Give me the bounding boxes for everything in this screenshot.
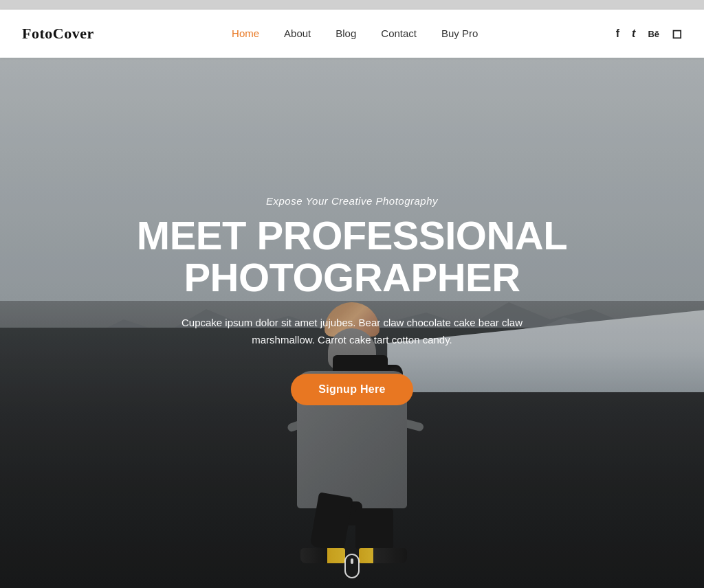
hero-subtitle: Expose Your Creative Photography [266, 195, 438, 207]
behance-icon[interactable]: Bē [648, 29, 659, 39]
nav-item-contact[interactable]: Contact [381, 27, 417, 40]
hero-content: Expose Your Creative Photography MEET PR… [0, 58, 704, 588]
nav-item-about[interactable]: About [284, 27, 311, 40]
hero-description: Cupcake ipsum dolor sit amet jujubes. Be… [173, 314, 531, 349]
nav-menu: Home About Blog Contact Buy Pro [232, 27, 478, 40]
navbar: FotoCover Home About Blog Contact Buy Pr… [0, 10, 704, 58]
site-logo[interactable]: FotoCover [22, 25, 94, 43]
scroll-dot [351, 558, 353, 564]
hero-section: Expose Your Creative Photography MEET PR… [0, 58, 704, 588]
nav-link-blog[interactable]: Blog [336, 27, 356, 39]
social-links: f t Bē ◻ [616, 26, 682, 41]
signup-button[interactable]: Signup Here [291, 374, 413, 405]
facebook-icon[interactable]: f [616, 27, 619, 40]
hero-title: MEET PROFESSIONAL PHOTOGRAPHER [0, 215, 704, 299]
nav-link-home[interactable]: Home [232, 27, 259, 39]
nav-item-blog[interactable]: Blog [336, 27, 356, 40]
nav-link-contact[interactable]: Contact [381, 27, 417, 39]
twitter-icon[interactable]: t [632, 27, 635, 40]
instagram-icon[interactable]: ◻ [672, 26, 682, 41]
nav-item-home[interactable]: Home [232, 27, 259, 40]
scroll-indicator [344, 554, 360, 578]
browser-chrome-bar [0, 0, 704, 10]
nav-item-buypro[interactable]: Buy Pro [441, 27, 478, 40]
nav-link-about[interactable]: About [284, 27, 311, 39]
nav-link-buypro[interactable]: Buy Pro [441, 27, 478, 39]
